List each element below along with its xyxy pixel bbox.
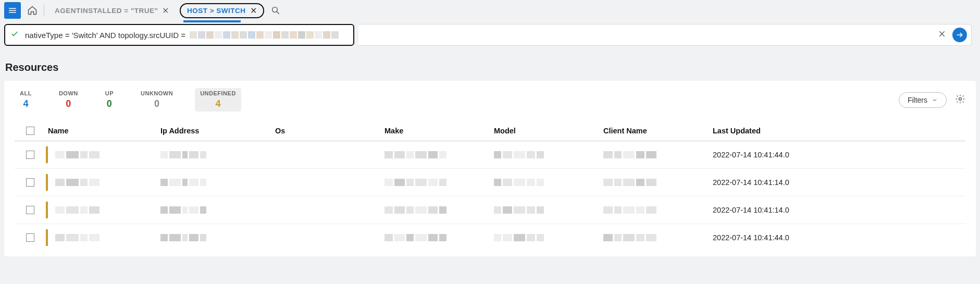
status-tab-all[interactable]: ALL4	[15, 88, 37, 112]
redacted-value	[160, 179, 275, 186]
status-count: 0	[154, 98, 159, 109]
table-row[interactable]: 2022-07-14 10:41:14.0	[15, 196, 965, 224]
status-row: ALL4DOWN0UP0UNKNOWN0UNDEFINED4 Filters	[15, 88, 965, 112]
redacted-value	[494, 151, 603, 158]
table-row[interactable]: 2022-07-14 10:41:44.0	[15, 224, 965, 251]
status-label: UP	[105, 90, 114, 96]
redacted-value	[384, 234, 494, 241]
hamburger-menu-button[interactable]	[4, 2, 21, 19]
status-tab-up[interactable]: UP0	[100, 88, 119, 112]
hamburger-icon	[8, 6, 17, 15]
settings-button[interactable]	[955, 94, 965, 106]
row-checkbox[interactable]	[26, 151, 34, 159]
home-icon	[27, 5, 38, 16]
close-icon[interactable]: ✕	[250, 6, 257, 16]
status-label: UNKNOWN	[141, 90, 173, 96]
redacted-value	[160, 151, 275, 158]
row-checkbox[interactable]	[26, 178, 34, 187]
filters-label: Filters	[908, 96, 927, 104]
redacted-value	[160, 206, 275, 214]
cell-last-updated: 2022-07-14 10:41:44.0	[713, 233, 965, 242]
col-name[interactable]: Name	[48, 127, 69, 135]
redacted-value	[603, 206, 713, 214]
redacted-value	[190, 31, 339, 39]
row-checkbox[interactable]	[26, 206, 34, 214]
redacted-value	[494, 234, 603, 241]
search-button[interactable]	[269, 4, 282, 17]
status-count: 0	[66, 98, 71, 109]
status-tab-unknown[interactable]: UNKNOWN0	[135, 88, 178, 112]
clear-query-button[interactable]	[938, 30, 946, 40]
status-count: 4	[216, 98, 221, 109]
tab-agentinstalled[interactable]: AGENTINSTALLED = "TRUE" ✕	[49, 4, 175, 18]
row-checkbox[interactable]	[26, 233, 34, 242]
select-all-checkbox[interactable]	[26, 127, 34, 135]
status-label: UNDEFINED	[200, 90, 236, 96]
query-bar-extension	[358, 24, 972, 46]
status-count: 0	[107, 98, 112, 109]
col-client[interactable]: Client Name	[603, 127, 713, 135]
active-tab-underline	[183, 20, 241, 22]
tab-host-switch[interactable]: HOST > SWITCH ✕	[180, 3, 264, 18]
resources-table: Name Ip Address Os Make Model Client Nam…	[15, 121, 965, 251]
redacted-value	[603, 234, 713, 241]
check-icon	[10, 30, 19, 40]
col-updated[interactable]: Last Updated	[713, 127, 965, 135]
search-icon	[271, 6, 280, 15]
redacted-value	[384, 179, 494, 186]
close-icon[interactable]: ✕	[162, 6, 169, 16]
redacted-value	[55, 234, 100, 241]
resources-panel: ALL4DOWN0UP0UNKNOWN0UNDEFINED4 Filters N…	[4, 81, 976, 256]
table-row[interactable]: 2022-07-14 10:41:14.0	[15, 169, 965, 196]
col-make[interactable]: Make	[384, 127, 494, 135]
filters-button[interactable]: Filters	[899, 92, 947, 108]
status-count: 4	[23, 98, 28, 109]
col-os[interactable]: Os	[275, 127, 384, 135]
status-tab-undefined[interactable]: UNDEFINED4	[195, 88, 241, 112]
col-ip[interactable]: Ip Address	[160, 127, 275, 135]
panel-actions: Filters	[899, 92, 965, 108]
redacted-value	[494, 179, 603, 186]
redacted-value	[603, 179, 713, 186]
tab-label: HOST > SWITCH	[187, 7, 246, 15]
col-model[interactable]: Model	[494, 127, 603, 135]
query-text-value: nativeType = 'Switch' AND topology.srcUU…	[25, 31, 185, 40]
cell-last-updated: 2022-07-14 10:41:44.0	[713, 151, 965, 159]
topbar: AGENTINSTALLED = "TRUE" ✕ HOST > SWITCH …	[0, 0, 980, 21]
run-query-button[interactable]	[952, 28, 967, 42]
svg-point-0	[272, 7, 278, 13]
redacted-value	[160, 234, 275, 241]
gear-icon	[955, 94, 965, 104]
status-marker	[46, 174, 48, 191]
arrow-right-icon	[956, 31, 964, 39]
redacted-value	[55, 179, 100, 186]
status-tabs: ALL4DOWN0UP0UNKNOWN0UNDEFINED4	[15, 88, 241, 112]
table-row[interactable]: 2022-07-14 10:41:44.0	[15, 141, 965, 169]
status-label: DOWN	[59, 90, 78, 96]
redacted-value	[384, 151, 494, 158]
status-label: ALL	[20, 90, 32, 96]
redacted-value	[384, 206, 494, 214]
redacted-value	[494, 206, 603, 214]
divider	[44, 5, 44, 16]
status-tab-down[interactable]: DOWN0	[54, 88, 83, 112]
home-button[interactable]	[26, 4, 39, 17]
query-bar[interactable]: nativeType = 'Switch' AND topology.srcUU…	[4, 24, 354, 46]
status-marker	[46, 229, 48, 246]
close-icon	[938, 30, 946, 38]
page-title: Resources	[5, 61, 980, 73]
svg-point-2	[959, 97, 962, 100]
status-marker	[46, 202, 48, 218]
redacted-value	[55, 206, 100, 214]
redacted-value	[603, 151, 713, 158]
cell-last-updated: 2022-07-14 10:41:14.0	[713, 206, 965, 214]
cell-last-updated: 2022-07-14 10:41:14.0	[713, 178, 965, 187]
tab-label: AGENTINSTALLED = "TRUE"	[55, 7, 158, 15]
status-marker	[46, 146, 48, 163]
table-header: Name Ip Address Os Make Model Client Nam…	[15, 121, 965, 141]
query-text: nativeType = 'Switch' AND topology.srcUU…	[25, 31, 339, 40]
redacted-value	[55, 151, 100, 158]
chevron-down-icon	[932, 97, 938, 103]
svg-line-1	[277, 11, 279, 14]
query-bar-container: nativeType = 'Switch' AND topology.srcUU…	[4, 24, 976, 46]
